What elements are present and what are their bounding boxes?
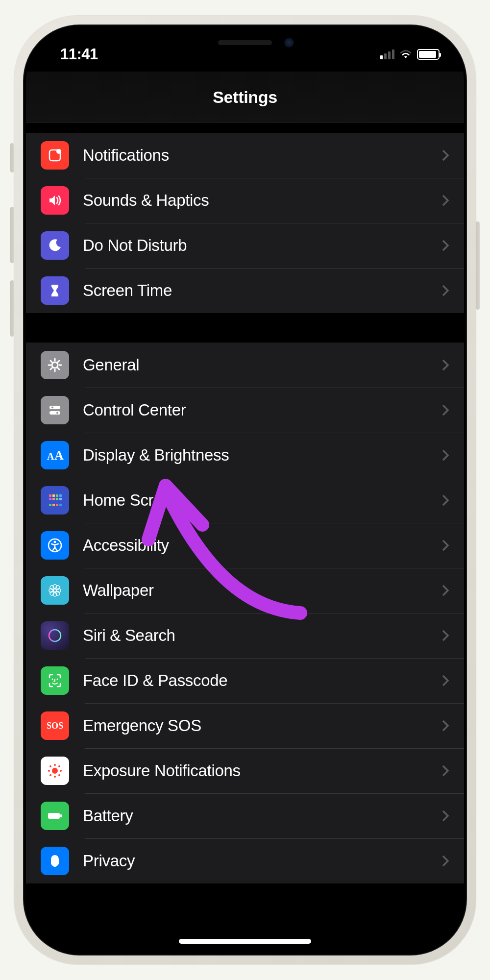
row-faceid[interactable]: Face ID & Passcode (26, 658, 464, 703)
navigation-bar: Settings (26, 72, 464, 123)
svg-point-40 (60, 770, 62, 772)
svg-rect-5 (49, 411, 60, 415)
faceid-icon (41, 666, 69, 695)
svg-point-6 (56, 412, 58, 414)
settings-group: Notifications Sounds & Haptics (26, 133, 464, 313)
row-dnd[interactable]: Do Not Disturb (26, 223, 464, 268)
power-button (476, 221, 480, 310)
chevron-right-icon (441, 855, 449, 867)
row-label: Accessibility (83, 536, 441, 555)
row-label: Home Screen (83, 491, 441, 510)
chevron-right-icon (441, 284, 449, 297)
row-label: Privacy (83, 852, 441, 870)
row-accessibility[interactable]: Accessibility (26, 523, 464, 568)
chevron-right-icon (441, 359, 449, 371)
svg-rect-10 (52, 494, 55, 497)
svg-point-38 (54, 776, 56, 778)
chevron-right-icon (441, 719, 449, 732)
svg-rect-12 (59, 494, 62, 497)
row-label: Sounds & Haptics (83, 191, 441, 210)
cellular-signal-icon (380, 49, 394, 59)
notifications-icon (41, 141, 69, 170)
chevron-right-icon (441, 449, 449, 462)
row-notifications[interactable]: Notifications (26, 133, 464, 178)
chevron-right-icon (441, 629, 449, 642)
status-time: 11:41 (50, 46, 98, 63)
chevron-right-icon (441, 539, 449, 552)
row-label: Face ID & Passcode (83, 671, 441, 690)
row-label: Exposure Notifications (83, 761, 441, 780)
svg-rect-9 (49, 494, 51, 497)
chevron-right-icon (441, 674, 449, 687)
svg-point-2 (52, 362, 58, 368)
svg-text:A: A (47, 451, 54, 462)
svg-point-22 (54, 541, 56, 543)
svg-point-37 (54, 764, 56, 766)
svg-point-42 (58, 774, 60, 776)
svg-rect-14 (52, 498, 55, 500)
front-camera (284, 38, 294, 48)
home-indicator[interactable] (179, 939, 311, 944)
row-siri[interactable]: Siri & Search (26, 613, 464, 658)
svg-rect-13 (49, 498, 51, 500)
svg-point-39 (48, 770, 50, 772)
row-screentime[interactable]: Screen Time (26, 268, 464, 313)
siri-icon (41, 621, 69, 650)
row-label: Do Not Disturb (83, 236, 441, 255)
svg-point-4 (51, 407, 53, 409)
row-label: Control Center (83, 401, 441, 419)
row-label: Emergency SOS (83, 716, 441, 735)
row-label: Display & Brightness (83, 446, 441, 465)
notch (152, 27, 338, 58)
chevron-right-icon (441, 494, 449, 507)
svg-point-41 (49, 765, 51, 767)
svg-point-23 (53, 589, 56, 592)
row-label: Wallpaper (83, 581, 441, 600)
row-general[interactable]: General (26, 343, 464, 388)
row-exposure[interactable]: Exposure Notifications (26, 748, 464, 793)
row-sos[interactable]: SOS Emergency SOS (26, 703, 464, 748)
home-screen-icon (41, 486, 69, 514)
chevron-right-icon (441, 239, 449, 252)
row-label: General (83, 356, 441, 374)
svg-point-33 (52, 679, 53, 680)
row-label: Battery (83, 807, 441, 825)
row-label: Screen Time (83, 281, 441, 300)
svg-point-44 (49, 774, 51, 776)
chevron-right-icon (441, 149, 449, 162)
page-title: Settings (213, 88, 277, 107)
chevron-right-icon (441, 584, 449, 597)
sounds-icon (41, 186, 69, 215)
settings-list[interactable]: Notifications Sounds & Haptics (26, 123, 464, 953)
speaker-grille (218, 40, 272, 45)
svg-rect-46 (60, 814, 62, 817)
chevron-right-icon (441, 809, 449, 822)
svg-point-1 (56, 149, 61, 154)
row-display[interactable]: AA Display & Brightness (26, 433, 464, 478)
row-privacy[interactable]: Privacy (26, 838, 464, 883)
mute-switch (10, 143, 14, 172)
row-home-screen[interactable]: Home Screen (26, 478, 464, 523)
svg-rect-20 (59, 504, 62, 506)
row-sounds[interactable]: Sounds & Haptics (26, 178, 464, 223)
svg-rect-15 (56, 498, 58, 500)
general-icon (41, 351, 69, 379)
accessibility-icon (41, 531, 69, 560)
svg-text:A: A (54, 448, 64, 463)
svg-text:SOS: SOS (47, 721, 63, 731)
battery-icon (41, 802, 69, 830)
row-control-center[interactable]: Control Center (26, 388, 464, 433)
svg-rect-3 (49, 406, 60, 409)
row-wallpaper[interactable]: Wallpaper (26, 568, 464, 613)
screen: 11:41 (26, 27, 464, 953)
display-icon: AA (41, 441, 69, 469)
svg-rect-19 (56, 504, 58, 506)
wallpaper-icon (41, 576, 69, 605)
chevron-right-icon (441, 404, 449, 416)
row-battery[interactable]: Battery (26, 793, 464, 838)
settings-group: General Control Center AA (26, 343, 464, 883)
device-frame: 11:41 (14, 16, 476, 964)
svg-point-34 (57, 679, 58, 680)
chevron-right-icon (441, 764, 449, 777)
battery-icon (417, 49, 440, 60)
